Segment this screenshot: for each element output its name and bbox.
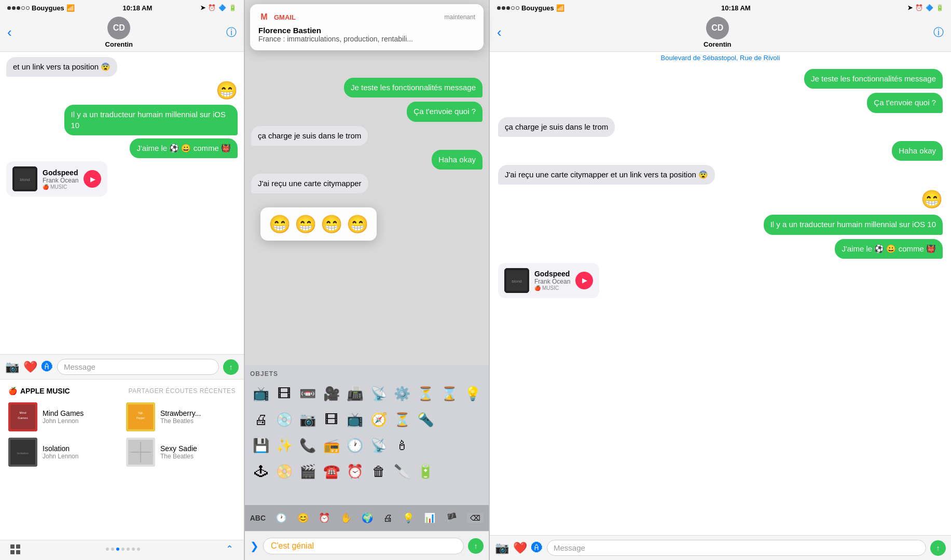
right-play-button[interactable]: ▶ (575, 272, 593, 289)
left-input-bar: 📷 ❤️ 🅐 Message ↑ (0, 354, 244, 379)
isolation-info: Isolation John Lennon (43, 444, 78, 460)
music-card-row[interactable]: blond Godspeed Frank Ocean 🍎 MUSIC ▶ (6, 161, 238, 197)
ek-knife[interactable]: 🔪 (391, 459, 412, 483)
emoji-3[interactable]: 😁 (321, 214, 342, 234)
app-store-icon[interactable]: 🅐 (42, 360, 53, 374)
kb-emoji-face[interactable]: 😊 (297, 512, 309, 524)
svg-text:Mind: Mind (19, 411, 26, 414)
right-contact[interactable]: CD Corentin (704, 17, 731, 48)
apple-icon: 🍎 (8, 387, 17, 395)
right-dot-5 (516, 6, 519, 10)
send-button[interactable]: ↑ (223, 359, 239, 375)
right-signal (497, 6, 519, 10)
kb-flag[interactable]: 🏴 (446, 512, 457, 524)
music-card[interactable]: blond Godspeed Frank Ocean 🍎 MUSIC ▶ (6, 161, 107, 197)
ek-camera-movie[interactable]: 🎥 (321, 382, 342, 405)
kb-abc[interactable]: ABC (250, 514, 266, 522)
ek-radio2[interactable]: 📻 (321, 433, 342, 457)
right-back-button[interactable]: ‹ (497, 24, 502, 40)
ek-compass[interactable]: 🧭 (368, 408, 389, 431)
right-music-card-row[interactable]: blond Godspeed Frank Ocean 🍎 MUSIC ▶ (498, 263, 943, 298)
kb-emoji-clock[interactable]: 🕐 (275, 512, 287, 524)
kb-delete[interactable]: ⌫ (467, 513, 484, 523)
right-send-button[interactable]: ↑ (930, 540, 946, 556)
ek-hourglass2[interactable]: ⌛ (438, 382, 460, 405)
ek-vhs[interactable]: 📼 (297, 382, 319, 405)
right-bubble-3: ça charge je suis dans le trom (498, 117, 615, 137)
notification-header: M GMAIL maintenant (258, 11, 475, 23)
right-app-icon[interactable]: 🅐 (531, 541, 543, 555)
right-camera-icon[interactable]: 📷 (495, 541, 509, 555)
ek-cd[interactable]: 💿 (273, 408, 295, 431)
contact-info[interactable]: CD Corentin (105, 17, 133, 48)
expand-icon[interactable]: ❯ (250, 540, 259, 552)
signal-dot-1 (7, 6, 11, 10)
ek-battery[interactable]: 🔋 (415, 459, 436, 483)
ek-camera2[interactable]: 📷 (297, 408, 319, 431)
expand-button[interactable]: ⌃ (226, 543, 233, 555)
kb-alarm[interactable]: ⏰ (319, 512, 330, 524)
right-dot-4 (511, 6, 515, 10)
emoji-popup[interactable]: 😁 😁 😁 😁 (260, 207, 377, 241)
right-heartbeat-icon[interactable]: ❤️ (513, 541, 527, 555)
mid-bubble-1: Je teste les fonctionnalités message (344, 78, 483, 97)
ek-floppy[interactable]: 💾 (250, 433, 271, 457)
kb-printer2[interactable]: 🖨 (383, 513, 393, 524)
kb-bulb2[interactable]: 💡 (403, 512, 414, 524)
heartbeat-icon[interactable]: ❤️ (23, 360, 37, 374)
right-music-card[interactable]: blond Godspeed Frank Ocean 🍎 MUSIC ▶ (498, 263, 599, 298)
emoji-2[interactable]: 😁 (295, 214, 316, 234)
ek-clip[interactable]: 🎞 (273, 382, 295, 405)
middle-message-input[interactable]: C'est génial (263, 538, 464, 554)
ek-radio[interactable]: 📡 (368, 382, 389, 405)
ek-clock2[interactable]: 🕐 (344, 433, 366, 457)
ek-flashlight[interactable]: 🔦 (415, 408, 436, 431)
emoji-reaction-row: 😁 (6, 80, 238, 102)
right-info-button[interactable]: ⓘ (933, 25, 944, 39)
gmail-notification[interactable]: M GMAIL maintenant Florence Bastien Fran… (250, 4, 484, 50)
music-item-isolation[interactable]: Isolation Isolation John Lennon (8, 438, 118, 467)
kb-chart[interactable]: 📊 (424, 512, 435, 524)
emoji-4[interactable]: 😁 (347, 214, 368, 234)
middle-send-button[interactable]: ↑ (468, 538, 484, 554)
ek-dvd[interactable]: 📀 (273, 459, 295, 483)
kb-hand[interactable]: ✋ (340, 512, 352, 524)
ek-trash[interactable]: 🗑 (368, 459, 389, 483)
msg-location: et un link vers ta position 😨 (6, 57, 238, 77)
message-input[interactable]: Message (57, 359, 219, 375)
music-item-strawberry[interactable]: Sgt.Pepper Strawberry... The Beatles (126, 402, 236, 431)
right-apple-icon: 🍎 (534, 285, 541, 291)
ek-scales[interactable]: ⚙️ (391, 382, 412, 405)
ek-tv2[interactable]: 📺 (344, 408, 366, 431)
album-art-isolation: Isolation (8, 438, 37, 467)
camera-icon[interactable]: 📷 (5, 360, 19, 374)
ek-bulb[interactable]: 💡 (462, 382, 484, 405)
ek-tv[interactable]: 📺 (250, 382, 271, 405)
ek-candle[interactable]: 🕯 (391, 433, 412, 457)
right-bubble-1: Je teste les fonctionnalités message (804, 69, 943, 89)
ek-hourglass3[interactable]: ⏳ (391, 408, 412, 431)
right-location-icon: ➤ (907, 4, 913, 11)
mid-msg-1: Je teste les fonctionnalités message (251, 78, 483, 97)
ek-video[interactable]: 🎬 (297, 459, 319, 483)
app-grid-icon[interactable] (10, 544, 20, 554)
ek-joystick[interactable]: 🕹 (250, 459, 271, 483)
right-message-input[interactable]: Message (547, 540, 926, 556)
ek-phone[interactable]: 📞 (297, 433, 319, 457)
ek-printer[interactable]: 🖨 (250, 408, 271, 431)
back-button[interactable]: ‹ (7, 24, 12, 40)
kb-globe[interactable]: 🌍 (362, 512, 373, 524)
ek-starburst[interactable]: ✨ (273, 433, 295, 457)
ek-phone-red[interactable]: ☎️ (321, 459, 342, 483)
ek-film[interactable]: 🎞 (321, 408, 342, 431)
ek-hourglass[interactable]: ⏳ (415, 382, 436, 405)
info-button[interactable]: ⓘ (226, 25, 237, 39)
music-item-sexy-sadie[interactable]: Sexy Sadie The Beatles (126, 438, 236, 467)
ek-clock3[interactable]: ⏰ (344, 459, 366, 483)
play-button[interactable]: ▶ (84, 170, 101, 188)
emoji-1[interactable]: 😁 (269, 214, 291, 234)
music-item-mind-games[interactable]: MindGames Mind Games John Lennon (8, 402, 118, 431)
right-avatar: CD (706, 17, 729, 39)
ek-antenna[interactable]: 📡 (368, 433, 389, 457)
ek-fax[interactable]: 📠 (344, 382, 366, 405)
